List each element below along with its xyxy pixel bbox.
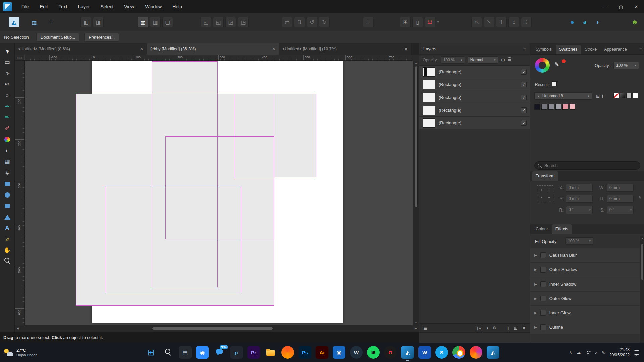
vertical-scrollbar-thumb[interactable] [415,66,418,207]
app-logo-icon[interactable] [3,2,12,11]
tb-snap-toggle[interactable]: ▯ [412,17,423,27]
swatch-dark[interactable] [620,93,625,98]
vector-brush-tool[interactable]: ✐ [2,123,13,134]
menu-item[interactable]: Window [140,0,167,13]
camera-app-icon[interactable]: ◉ [333,346,345,359]
tb-arrange[interactable]: ⇳ [521,17,532,27]
rectangle-tool[interactable] [2,178,13,189]
disclosure-icon[interactable]: ▶ [534,325,537,329]
swatch-white[interactable] [633,93,638,98]
colour-swatch[interactable] [570,104,575,110]
menu-item[interactable]: Edit [35,0,53,13]
onedrive-icon[interactable]: ☁ [577,350,581,355]
app-dark-icon[interactable]: ▤ [179,346,192,359]
effect-row[interactable]: ▶ Inner Shadow [530,277,640,292]
taskbar-weather[interactable]: 27°C Hujan ringan [0,348,70,357]
menu-item[interactable]: View [119,0,140,13]
horizontal-scrollbar-thumb[interactable] [152,327,273,330]
tb-rotate-cw[interactable]: ↻ [319,17,330,27]
search-input[interactable] [544,163,637,168]
pencil-tool[interactable]: ✏ [2,112,13,123]
tb-move-backward[interactable]: ⇟ [508,17,519,27]
document-tab[interactable]: febby [Modified] (36.3%) ✕ [147,43,279,55]
affinity-logo-tile[interactable]: ◭ [9,17,19,27]
layer-visibility-checkbox[interactable]: ✓ [521,82,527,87]
layer-row[interactable]: (Rectangle) ✓ [419,117,530,129]
colour-swatch[interactable] [555,104,561,110]
notification-center-icon[interactable] [634,350,639,355]
vector-crop-tool[interactable]: # [2,167,13,178]
messages-icon[interactable]: 99+ [213,346,226,359]
menu-item[interactable]: Layer [72,0,95,13]
point-transform-tool[interactable]: ✑ [2,79,13,90]
layer-effects-icon[interactable]: fx [493,325,496,330]
tb-move-forward[interactable]: ⇞ [496,17,507,27]
transform-field-input[interactable]: 0 ° ▾ [566,206,593,214]
scroll-up-icon[interactable]: ▲ [413,62,419,65]
tb-button-2[interactable]: ◨ [93,17,104,27]
skype-icon[interactable]: S [435,346,448,359]
panel-tab[interactable]: Stroke [581,45,600,54]
transparency-tool[interactable]: ◐ [2,145,13,156]
disclosure-icon[interactable]: ▶ [534,282,537,286]
wordpress-icon[interactable]: W [350,346,363,359]
effect-row[interactable]: ▶ Inner Glow [530,306,640,320]
adjustment-icon[interactable]: ◳ [477,325,481,331]
colour-wheel-icon[interactable] [535,58,550,73]
effect-checkbox[interactable] [540,296,546,301]
transform-field-input[interactable]: 0 mm ▾ [566,195,593,203]
canvas-viewport[interactable] [25,61,413,325]
effect-checkbox[interactable] [540,324,546,330]
panel-tab[interactable]: Colour [532,224,551,234]
effect-checkbox[interactable] [540,281,546,287]
new-layer-icon[interactable]: ▯ [507,325,509,331]
current-colour-dot[interactable] [562,59,566,63]
swatch-options-icons[interactable]: ⊞✛ [596,94,605,99]
effect-checkbox[interactable] [540,267,546,273]
rounded-rectangle-tool[interactable] [2,200,13,212]
premiere-pro-icon[interactable]: Pr [247,346,260,359]
mask-icon[interactable]: ◑ [486,325,488,331]
brave-icon[interactable] [281,346,294,359]
search-button[interactable] [162,346,174,359]
transform-field-input[interactable]: 0 mm ▾ [566,184,593,192]
layer-row[interactable]: (Rectangle) ✓ [419,104,530,117]
tb-insert-after[interactable]: ◳ [238,17,249,27]
opera-icon[interactable]: O [384,346,397,359]
transform-field-input[interactable]: 0 mm ▾ [607,195,634,203]
effect-row[interactable]: ▶ Gaussian Blur [530,248,640,263]
colour-swatch[interactable] [562,104,568,110]
panel-tab[interactable]: Swatches [556,45,581,54]
persona-pixel-icon[interactable]: ▦ [29,17,40,27]
transform-anchor-widget[interactable] [537,185,553,201]
tb-circle-cyan-icon[interactable]: ◕ [579,17,590,27]
start-button[interactable]: ⊞ [145,346,157,359]
effects-scrollbar[interactable]: ▲ [640,236,644,343]
layer-visibility-checkbox[interactable]: ✓ [521,95,527,100]
scroll-up-icon[interactable]: ▲ [640,237,644,239]
swatch-none[interactable] [613,93,619,98]
tb-show-grid[interactable]: ⊞ [400,17,411,27]
tab-transform[interactable]: Transform [532,171,558,181]
tb-flip-horizontal[interactable]: ⇄ [282,17,292,27]
context-button[interactable]: Document Setup... [36,33,80,42]
disclosure-icon[interactable]: ▶ [534,253,537,257]
context-button[interactable]: Preferences... [84,33,119,42]
spotify-icon[interactable]: ≋ [367,346,380,359]
scroll-right-icon[interactable]: ▶ [415,327,417,330]
menu-item[interactable]: Help [167,0,187,13]
swatch-search[interactable] [534,161,640,170]
tab-close-icon[interactable]: ✕ [140,47,143,51]
panel-menu-icon[interactable]: ≡ [639,46,642,54]
delete-layer-icon[interactable]: ✕ [522,325,526,331]
effects-scrollbar-thumb[interactable] [641,243,644,280]
view-tool[interactable]: ✋ [2,245,13,256]
tb-snapping-caret[interactable]: ▾ [435,17,441,27]
effect-checkbox[interactable] [540,310,546,316]
tb-insert-inside[interactable]: ◰ [201,17,211,27]
wifi-icon[interactable] [585,350,591,355]
maximize-button[interactable]: ▢ [613,0,629,13]
tb-button-1[interactable]: ◧ [80,17,91,27]
persona-export-icon[interactable]: ∴ [46,17,56,27]
corner-tool[interactable]: ○ [2,90,13,101]
